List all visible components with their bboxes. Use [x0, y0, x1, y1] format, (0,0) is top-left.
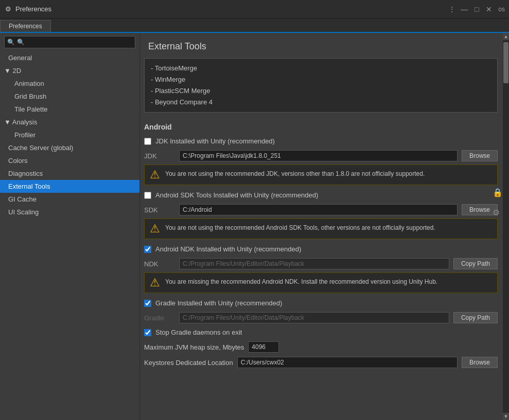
sdk-warning-box: ⚠ You are not using the recommended Andr… — [144, 218, 498, 239]
jdk-warning-text: You are not using the recommended JDK, v… — [165, 169, 425, 178]
sidebar-item-2d[interactable]: ▼ 2D — [0, 64, 139, 77]
search-area: 🔍 — [0, 33, 139, 51]
menu-dots-button[interactable]: ⋮ — [447, 4, 457, 14]
ndk-warning-icon: ⚠ — [150, 277, 160, 288]
tab-preferences[interactable]: Preferences — [0, 20, 51, 32]
diff-tool-3: - PlasticSCM Merge — [151, 85, 491, 97]
max-jvm-label: Maximum JVM heap size, Mbytes — [144, 343, 244, 351]
ndk-input — [179, 258, 449, 269]
settings-icon[interactable]: ⚙ — [493, 208, 503, 217]
jdk-input[interactable] — [179, 150, 458, 161]
sdk-checkbox-label: Android SDK Tools Installed with Unity (… — [155, 191, 318, 199]
gradle-label: Gradle — [144, 314, 175, 322]
jdk-label: JDK — [144, 152, 175, 160]
search-input[interactable] — [4, 36, 135, 48]
jdk-checkbox-row: JDK Installed with Unity (recommended) — [140, 134, 502, 148]
scrollbar[interactable]: ▲ ▼ — [503, 33, 509, 420]
sdk-label: SDK — [144, 206, 175, 214]
tab-bar: Preferences — [0, 19, 509, 33]
sdk-input[interactable] — [179, 204, 458, 215]
diff-tool-4: - Beyond Compare 4 — [151, 97, 491, 108]
max-jvm-row: Maximum JVM heap size, Mbytes — [140, 339, 502, 355]
ndk-checkbox-row: Android NDK Installed with Unity (recomm… — [140, 242, 502, 256]
sidebar: 🔍 General ▼ 2D Animation Grid Brush Tile… — [0, 33, 140, 420]
sidebar-item-ui-scaling[interactable]: UI Scaling — [0, 206, 139, 218]
lock-icon[interactable]: 🔒 — [493, 188, 503, 197]
sdk-warning-icon: ⚠ — [150, 223, 160, 234]
sidebar-item-cache-server[interactable]: Cache Server (global) — [0, 141, 139, 154]
sidebar-nav: General ▼ 2D Animation Grid Brush Tile P… — [0, 51, 139, 420]
gradle-form-row: Gradle Copy Path — [140, 310, 502, 325]
search-icon: 🔍 — [7, 39, 15, 46]
gradle-input — [179, 312, 449, 323]
ndk-copy-path-button[interactable]: Copy Path — [453, 258, 498, 269]
gradle-checkbox-label: Gradle Installed with Unity (recommended… — [155, 299, 282, 307]
gradle-checkbox[interactable] — [144, 300, 151, 307]
right-edge-icons: 🔒 ⚙ — [493, 188, 503, 217]
sdk-warning-text: You are not using the recommended Androi… — [165, 223, 435, 232]
sidebar-item-general[interactable]: General — [0, 51, 139, 64]
jdk-checkbox[interactable] — [144, 138, 151, 145]
ndk-warning-text: You are missing the recommended Android … — [165, 277, 437, 286]
ndk-checkbox[interactable] — [144, 246, 151, 253]
sdk-form-row: SDK Browse — [140, 202, 502, 217]
scroll-up-button[interactable]: ▲ — [503, 33, 509, 40]
stop-gradle-checkbox[interactable] — [144, 329, 151, 336]
main-layout: 🔍 General ▼ 2D Animation Grid Brush Tile… — [0, 33, 509, 420]
diff-tool-1: - TortoiseMerge — [151, 63, 491, 74]
diff-tool-2: - WinMerge — [151, 74, 491, 85]
sidebar-item-analysis[interactable]: ▼ Analysis — [0, 116, 139, 129]
search-wrap: 🔍 — [4, 36, 135, 48]
stop-gradle-checkbox-label: Stop Gradle daemons on exit — [155, 328, 242, 336]
sidebar-item-tile-palette[interactable]: Tile Palette — [0, 103, 139, 116]
diff-tools-list: - TortoiseMerge - WinMerge - PlasticSCM … — [144, 58, 498, 113]
sidebar-item-profiler[interactable]: Profiler — [0, 129, 139, 141]
sidebar-item-diagnostics[interactable]: Diagnostics — [0, 167, 139, 180]
scroll-track[interactable] — [503, 40, 509, 413]
title-bar: ⚙ Preferences ⋮ — □ ✕ os — [0, 0, 509, 19]
section-title: External Tools — [140, 33, 502, 58]
os-label: os — [498, 6, 505, 13]
scroll-thumb[interactable] — [503, 42, 508, 83]
keystores-row: Keystores Dedicated Location Browse — [140, 355, 502, 370]
sidebar-item-grid-brush[interactable]: Grid Brush — [0, 90, 139, 103]
sidebar-item-animation[interactable]: Animation — [0, 77, 139, 90]
minimize-button[interactable]: — — [459, 4, 469, 14]
keystores-input[interactable] — [237, 357, 458, 368]
sidebar-item-gi-cache[interactable]: GI Cache — [0, 193, 139, 206]
sidebar-item-colors[interactable]: Colors — [0, 154, 139, 167]
content-area: External Tools - TortoiseMerge - WinMerg… — [140, 33, 509, 420]
jdk-warning-box: ⚠ You are not using the recommended JDK,… — [144, 165, 498, 185]
sidebar-item-external-tools[interactable]: External Tools — [0, 180, 139, 193]
jdk-browse-button[interactable]: Browse — [462, 150, 498, 161]
ndk-form-row: NDK Copy Path — [140, 256, 502, 271]
max-jvm-input[interactable] — [248, 341, 279, 353]
stop-gradle-checkbox-row: Stop Gradle daemons on exit — [140, 325, 502, 339]
android-section-label: Android — [140, 119, 502, 134]
gradle-copy-path-button[interactable]: Copy Path — [453, 312, 498, 323]
app-icon: ⚙ — [4, 5, 12, 13]
keystores-browse-button[interactable]: Browse — [462, 357, 498, 368]
window-controls: ⋮ — □ ✕ os — [447, 4, 505, 14]
keystores-label: Keystores Dedicated Location — [144, 359, 233, 367]
ndk-label: NDK — [144, 260, 175, 268]
jdk-form-row: JDK Browse — [140, 148, 502, 163]
scroll-down-button[interactable]: ▼ — [503, 413, 509, 420]
ndk-checkbox-label: Android NDK Installed with Unity (recomm… — [155, 245, 301, 253]
ndk-warning-box: ⚠ You are missing the recommended Androi… — [144, 272, 498, 293]
sdk-checkbox-row: Android SDK Tools Installed with Unity (… — [140, 188, 502, 202]
close-button[interactable]: ✕ — [484, 4, 494, 14]
sdk-checkbox[interactable] — [144, 192, 151, 199]
gradle-checkbox-row: Gradle Installed with Unity (recommended… — [140, 296, 502, 310]
content-inner: External Tools - TortoiseMerge - WinMerg… — [140, 33, 509, 420]
jdk-checkbox-label: JDK Installed with Unity (recommended) — [155, 137, 275, 145]
maximize-button[interactable]: □ — [471, 4, 482, 14]
window-title: Preferences — [15, 5, 447, 13]
jdk-warning-icon: ⚠ — [150, 169, 160, 180]
